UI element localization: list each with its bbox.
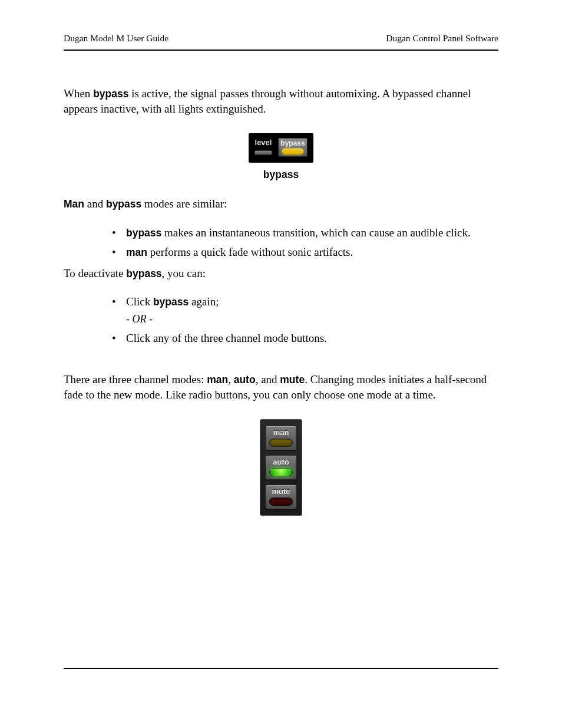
page-header: Dugan Model M User Guide Dugan Control P… <box>64 33 498 51</box>
term-bypass: bypass <box>153 296 189 308</box>
mute-button-label: mute <box>272 487 290 495</box>
paragraph-deactivate-intro: To deactivate bypass, you can: <box>64 266 498 281</box>
figure-mode-buttons: man auto mute <box>64 419 498 516</box>
bypass-panel: level bypass <box>249 133 313 163</box>
mute-button[interactable]: mute <box>265 485 297 509</box>
bypass-led-icon <box>282 149 303 154</box>
mode-button-panel: man auto mute <box>260 419 302 516</box>
paragraph-man-bypass-similar: Man and bypass modes are similar: <box>64 196 498 212</box>
paragraph-bypass-intro: When bypass is active, the signal passes… <box>64 86 498 117</box>
term-bypass: bypass <box>106 198 141 210</box>
man-button-label: man <box>273 429 289 436</box>
term-man: man <box>126 246 147 258</box>
term-bypass: bypass <box>93 88 128 100</box>
header-left: Dugan Model M User Guide <box>64 33 168 44</box>
list-item: Click bypass again; - OR - <box>112 294 498 326</box>
list-deactivate-options: Click bypass again; - OR - Click any of … <box>64 294 498 346</box>
or-separator: - OR - <box>126 312 498 326</box>
bypass-button[interactable]: bypass <box>278 138 308 157</box>
auto-button[interactable]: auto <box>265 455 297 480</box>
auto-button-label: auto <box>273 458 289 466</box>
level-label: level <box>255 138 272 147</box>
list-mode-differences: bypass makes an instantaneous transition… <box>64 225 498 260</box>
figure-bypass-caption: bypass <box>64 169 498 181</box>
list-item: bypass makes an instantaneous transition… <box>112 225 498 241</box>
list-item: Click any of the three channel mode butt… <box>112 331 498 346</box>
level-control: level <box>254 138 272 155</box>
level-indicator <box>254 150 272 155</box>
term-mute: mute <box>280 374 305 386</box>
man-button[interactable]: man <box>265 426 297 450</box>
man-led-icon <box>269 439 293 447</box>
term-bypass: bypass <box>126 268 161 279</box>
mute-led-icon <box>269 498 293 506</box>
footer-rule <box>64 668 498 669</box>
figure-bypass-panel: level bypass <box>64 133 498 163</box>
auto-led-icon <box>269 468 293 476</box>
term-man: Man <box>64 198 84 210</box>
term-man: man <box>207 374 228 386</box>
list-item: man performs a quick fade without sonic … <box>112 245 498 260</box>
term-auto: auto <box>234 374 256 386</box>
bypass-button-label: bypass <box>280 140 305 147</box>
paragraph-channel-modes: There are three channel modes: man, auto… <box>64 372 498 403</box>
header-right: Dugan Control Panel Software <box>386 33 498 44</box>
term-bypass: bypass <box>126 227 161 239</box>
